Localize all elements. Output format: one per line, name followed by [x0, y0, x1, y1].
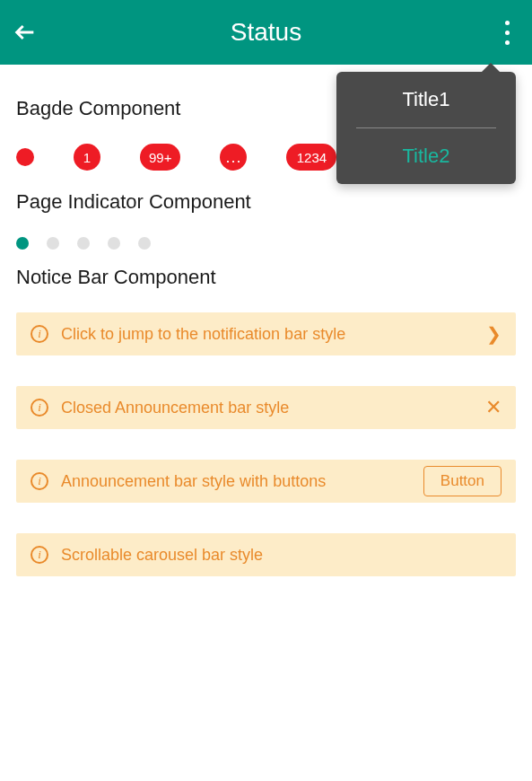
page-dot-2[interactable]: [47, 237, 59, 250]
notice-bar-scrollable: i Scrollable carousel bar style: [16, 533, 516, 576]
more-vertical-icon: [505, 21, 510, 45]
badge-99plus: 99+: [140, 144, 180, 171]
notice-text: Click to jump to the notification bar st…: [61, 325, 477, 344]
menu-item-title1[interactable]: Title1: [336, 72, 516, 127]
notice-bar-section-title: Notice Bar Component: [16, 266, 516, 289]
badge-1: 1: [74, 144, 100, 171]
notice-bar-closable: i Closed Announcement bar style ✕: [16, 386, 516, 429]
page-indicator: [16, 237, 516, 250]
close-icon[interactable]: ✕: [485, 396, 501, 419]
arrow-left-icon: [13, 20, 38, 45]
app-header: Status: [0, 0, 532, 65]
page-title: Status: [0, 18, 532, 47]
info-icon: i: [31, 325, 48, 343]
badge-dot: [16, 148, 34, 166]
notice-text: Announcement bar style with buttons: [61, 472, 423, 491]
menu-item-title2[interactable]: Title2: [336, 128, 516, 184]
page-dot-3[interactable]: [77, 237, 90, 250]
info-icon: i: [31, 546, 48, 564]
page-dot-1[interactable]: [16, 237, 29, 250]
dropdown-menu: Title1 Title2: [336, 72, 516, 184]
info-icon: i: [31, 399, 48, 417]
badge-1234: 1234: [286, 144, 336, 171]
chevron-right-icon: ❯: [486, 323, 501, 345]
info-icon: i: [31, 472, 48, 490]
badge-ellipsis: ...: [220, 144, 247, 171]
notice-bar-link[interactable]: i Click to jump to the notification bar …: [16, 312, 516, 355]
page-indicator-section-title: Page Indicator Component: [16, 190, 516, 214]
page-dot-4[interactable]: [108, 237, 120, 250]
notice-text: Scrollable carousel bar style: [61, 546, 501, 565]
more-menu-button[interactable]: [482, 0, 532, 65]
notice-action-button[interactable]: Button: [423, 466, 501, 496]
back-button[interactable]: [0, 7, 50, 57]
notice-text: Closed Announcement bar style: [61, 399, 476, 417]
page-dot-5[interactable]: [138, 237, 151, 250]
notice-bar-with-button: i Announcement bar style with buttons Bu…: [16, 460, 516, 503]
